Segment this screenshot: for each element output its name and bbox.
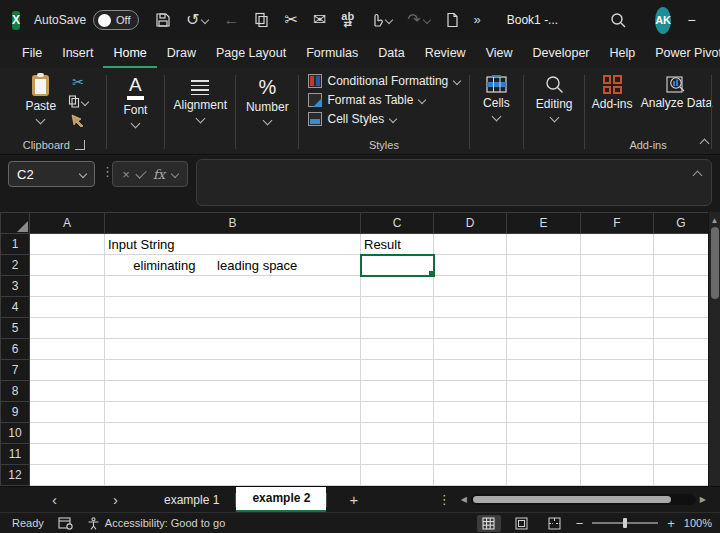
cell[interactable]: [654, 465, 709, 486]
autosave-control[interactable]: AutoSave Off: [34, 10, 139, 30]
sheet-nav-right-icon[interactable]: ›: [109, 492, 122, 507]
font-chevron-icon[interactable]: [130, 119, 140, 129]
cell[interactable]: [654, 318, 709, 339]
cell[interactable]: [361, 360, 434, 381]
insert-function-button[interactable]: fx: [153, 167, 165, 182]
cell-e1[interactable]: [507, 234, 581, 255]
tab-home[interactable]: Home: [103, 41, 156, 68]
cell[interactable]: [434, 381, 507, 402]
number-chevron-icon[interactable]: [262, 116, 272, 126]
analyze-data-button[interactable]: Analyze Data: [642, 72, 710, 111]
tab-draw[interactable]: Draw: [157, 41, 206, 68]
cell[interactable]: [30, 297, 105, 318]
vertical-scrollbar[interactable]: ▲: [708, 212, 720, 486]
cell[interactable]: [30, 318, 105, 339]
cell-e2[interactable]: [507, 255, 581, 276]
cell[interactable]: [581, 360, 654, 381]
cell[interactable]: [361, 276, 434, 297]
row-header-11[interactable]: 11: [1, 444, 30, 465]
column-header-b[interactable]: B: [105, 213, 361, 234]
cell[interactable]: [434, 465, 507, 486]
cells-chevron-icon[interactable]: [491, 112, 501, 122]
touch-chevron-icon[interactable]: [385, 16, 393, 24]
row-header-1[interactable]: 1: [1, 234, 30, 255]
paste-chevron-icon[interactable]: [36, 115, 46, 125]
cell-b2[interactable]: eliminating leading space: [105, 255, 361, 276]
row-header-12[interactable]: 12: [1, 465, 30, 486]
cell[interactable]: [105, 423, 361, 444]
font-group-button[interactable]: A Font: [117, 72, 153, 127]
tab-help[interactable]: Help: [600, 41, 646, 68]
column-header-c[interactable]: C: [361, 213, 434, 234]
name-box[interactable]: C2: [8, 161, 95, 187]
clipboard-dialog-launcher-icon[interactable]: [75, 140, 85, 150]
cell[interactable]: [361, 402, 434, 423]
zoom-level[interactable]: 100%: [684, 517, 712, 529]
copy-icon[interactable]: [254, 12, 269, 28]
cell[interactable]: [105, 465, 361, 486]
cell[interactable]: [361, 339, 434, 360]
page-break-view-button[interactable]: [543, 515, 567, 532]
cell-f2[interactable]: [581, 255, 654, 276]
touch-mode-button[interactable]: [369, 12, 392, 28]
copy-chevron-icon[interactable]: [81, 97, 89, 105]
cell[interactable]: [30, 423, 105, 444]
cell[interactable]: [361, 444, 434, 465]
editing-chevron-icon[interactable]: [549, 113, 559, 123]
cell[interactable]: [30, 402, 105, 423]
cell[interactable]: [507, 276, 581, 297]
column-header-g[interactable]: G: [654, 213, 709, 234]
row-header-2[interactable]: 2: [1, 255, 30, 276]
row-header-9[interactable]: 9: [1, 402, 30, 423]
copy-button[interactable]: [68, 95, 88, 108]
scroll-left-icon[interactable]: ◀: [461, 495, 467, 504]
format-as-table-button[interactable]: Format as Table: [308, 93, 426, 107]
row-header-3[interactable]: 3: [1, 276, 30, 297]
accessibility-status[interactable]: Accessibility: Good to go: [87, 517, 225, 530]
cell[interactable]: [105, 381, 361, 402]
cell[interactable]: [361, 318, 434, 339]
cell-styles-button[interactable]: Cell Styles: [308, 112, 397, 126]
cell[interactable]: [361, 465, 434, 486]
paste-button[interactable]: Paste: [19, 72, 62, 123]
sheet-options-icon[interactable]: ⋮: [428, 492, 461, 507]
cell-g1[interactable]: [654, 234, 709, 255]
cell[interactable]: [654, 402, 709, 423]
cell[interactable]: [654, 339, 709, 360]
undo-button[interactable]: ↺: [186, 12, 208, 28]
cell-f1[interactable]: [581, 234, 654, 255]
cell[interactable]: [105, 339, 361, 360]
cell[interactable]: [434, 276, 507, 297]
tab-insert[interactable]: Insert: [52, 41, 103, 68]
autosave-toggle[interactable]: Off: [93, 10, 139, 30]
select-all-corner[interactable]: [1, 213, 30, 234]
qat-overflow-button[interactable]: »: [474, 13, 481, 26]
scroll-up-icon[interactable]: ▲: [711, 212, 719, 227]
cut-icon[interactable]: ✂: [284, 12, 297, 28]
cell[interactable]: [434, 402, 507, 423]
confirm-entry-icon[interactable]: [136, 167, 147, 178]
cell[interactable]: [654, 276, 709, 297]
cell[interactable]: [434, 297, 507, 318]
cell[interactable]: [507, 444, 581, 465]
cell[interactable]: [361, 297, 434, 318]
cell[interactable]: [507, 423, 581, 444]
expand-formula-bar-icon[interactable]: [693, 171, 703, 181]
cell[interactable]: [654, 360, 709, 381]
cell[interactable]: [434, 444, 507, 465]
column-header-d[interactable]: D: [434, 213, 507, 234]
cell[interactable]: [581, 297, 654, 318]
cell[interactable]: [105, 402, 361, 423]
cell[interactable]: [654, 297, 709, 318]
zoom-out-button[interactable]: −: [576, 517, 584, 530]
zoom-slider-thumb[interactable]: [623, 518, 627, 528]
tab-review[interactable]: Review: [415, 41, 476, 68]
search-icon[interactable]: [610, 12, 627, 29]
name-box-chevron-icon[interactable]: [79, 170, 87, 178]
cell[interactable]: [434, 318, 507, 339]
cells-group-button[interactable]: Cells: [477, 72, 516, 120]
cell[interactable]: [30, 360, 105, 381]
vertical-scroll-thumb[interactable]: [711, 227, 719, 299]
cell[interactable]: [507, 465, 581, 486]
row-header-5[interactable]: 5: [1, 318, 30, 339]
